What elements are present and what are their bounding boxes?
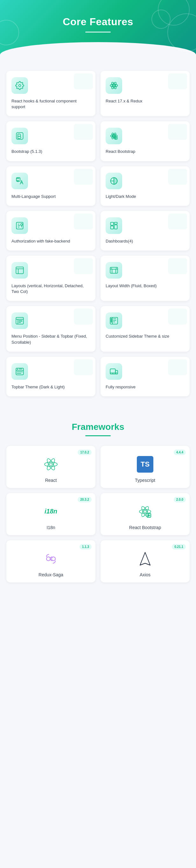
deco-circle-2 [151,9,170,29]
axios-icon-wrap [136,550,154,568]
feature-card-responsive: Fully responsive [101,357,190,396]
bootstrap-label: Bootstrap (5.1.3) [11,149,90,154]
frameworks-section: Frameworks 17.0.2 React 4.4.4 TS Typescr… [0,409,196,595]
layouts-label: Layouts (vertical, Horizontal, Detached,… [11,283,90,294]
i18n-icon-wrap: i18n [42,503,60,521]
customsidebar-label: Customized Sidebar Theme & size [106,334,185,339]
react17-icon-wrap [106,77,122,94]
i18n-label: I18n [11,525,90,530]
i18n-version: 20.3.2 [78,497,92,502]
features-section: React hooks & fuctional component suppor… [0,58,196,409]
typescript-badge: TS [137,456,153,473]
svg-point-39 [46,557,50,561]
svg-point-23 [111,318,112,319]
react-bootstrap-fw-icon-wrap [136,503,154,521]
framework-card-axios: 0.21.1 Axios [101,540,190,582]
multilang-icon-wrap [11,173,28,189]
feature-card-dashboards: Dashboards(4) [101,211,190,250]
svg-point-6 [113,135,115,137]
svg-point-31 [44,462,57,467]
title-underline [85,32,111,33]
bootstrap-icon [15,131,24,141]
typescript-label: Typescript [106,478,185,483]
typescript-icon-wrap: TS [136,455,154,473]
darkmode-icon [110,177,118,185]
translate-icon [15,177,24,185]
redux-saga-version: 1.1.3 [80,544,92,550]
svg-point-2 [110,84,117,87]
svg-rect-19 [16,267,23,274]
react-bootstrap-icon [110,131,118,141]
svg-point-14 [21,223,23,225]
menupos-icon [15,316,24,325]
responsive-label: Fully responsive [106,384,185,390]
feature-card-bootstrap: Bootstrap (5.1.3) [6,121,95,161]
hooks-label: React hooks & fuctional component suppor… [11,98,90,110]
feature-card-hooks: React hooks & fuctional component suppor… [6,71,95,116]
react-version: 17.0.2 [78,450,92,455]
dashboards-icon-wrap [106,217,122,234]
svg-point-25 [111,321,112,322]
framework-card-typescript: 4.4.4 TS Typescript [101,446,190,488]
header-section: Core Features [0,0,196,58]
dashboard-icon [110,221,118,230]
feature-card-menupos: Menu Position - Sidebar & Topbar (Fixed,… [6,306,95,351]
menupos-icon-wrap [11,312,28,329]
frameworks-grid: 17.0.2 React 4.4.4 TS Typescript 20.3.2 [6,446,190,582]
svg-rect-17 [114,225,117,229]
feature-card-react-bootstrap: React Bootstrap [101,121,190,161]
react-bootstrap-version: 2.0.0 [174,497,186,502]
svg-rect-16 [114,222,117,224]
atom-icon [110,81,118,90]
gear-settings-icon [15,81,24,90]
redux-saga-label: Redux-Saga [11,572,90,577]
layoutwidth-label: Layout Width (Fluid, Boxed) [106,283,185,289]
react17-label: React 17.x & Redux [106,98,185,104]
framework-card-redux-saga: 1.1.3 Redux-Saga [6,540,95,582]
menupos-label: Menu Position - Sidebar & Topbar (Fixed,… [11,334,90,345]
svg-point-24 [111,320,112,321]
svg-point-0 [19,85,21,87]
feature-card-multilang: Multi-Language Support [6,166,95,206]
multilang-label: Multi-Language Support [11,194,90,199]
auth-icon-wrap [11,217,28,234]
redux-saga-icon-wrap [42,550,60,568]
svg-rect-21 [16,317,23,324]
svg-rect-18 [111,226,114,229]
feature-card-auth: Authorization with fake-backend [6,211,95,250]
axios-icon [138,551,153,566]
framework-card-react-bootstrap: 2.0.0 React Bootstrap [101,493,190,535]
svg-point-1 [113,85,115,87]
responsive-icon-wrap [106,363,122,380]
react-framework-icon [43,457,58,472]
responsive-icon [110,367,118,376]
hooks-icon-wrap [11,77,28,94]
auth-icon [15,221,24,230]
svg-point-40 [51,557,55,561]
react-bootstrap-fw-label: React Bootstrap [106,525,185,530]
svg-point-34 [144,510,146,513]
redux-saga-icon [43,551,58,566]
topbar-label: Topbar Theme (Dark & Light) [11,384,90,390]
framework-card-react: 17.0.2 React [6,446,95,488]
svg-rect-15 [111,222,114,225]
layoutwidth-icon-wrap [106,262,122,279]
svg-rect-29 [116,370,118,374]
layouts-icon-wrap [11,262,28,279]
features-grid: React hooks & fuctional component suppor… [6,71,190,396]
axios-version: 0.21.1 [172,544,186,550]
darkmode-icon-wrap [106,173,122,189]
react-icon-wrap [42,455,60,473]
react-bootstrap-fw-icon [138,504,153,519]
layout-icon [15,266,24,275]
svg-point-30 [50,463,52,466]
topbar-icon [15,367,24,376]
feature-card-topbar: Topbar Theme (Dark & Light) [6,357,95,396]
react-label: React [11,478,90,483]
react-bootstrap-label: React Bootstrap [106,149,185,154]
frameworks-title: Frameworks [6,422,190,432]
customsidebar-icon-wrap [106,312,122,329]
layoutwidth-icon [110,266,118,275]
topbar-icon-wrap [11,363,28,380]
feature-card-layouts: Layouts (vertical, Horizontal, Detached,… [6,256,95,301]
